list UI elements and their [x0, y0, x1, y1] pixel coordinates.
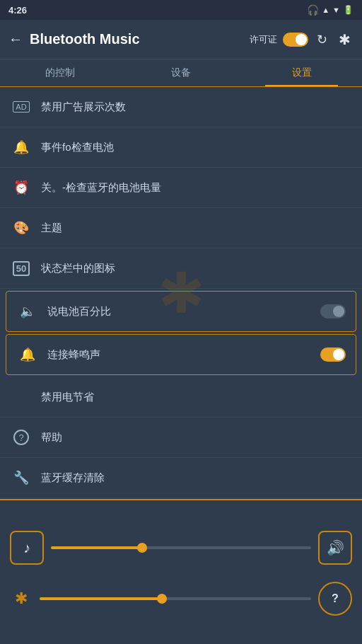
tab-settings[interactable]: 设置 [241, 59, 362, 86]
bluetooth-slider-track[interactable] [40, 597, 311, 600]
page-title: Bluetooth Music [30, 31, 250, 47]
headphone-icon: 🎧 [307, 4, 319, 16]
setting-check-bt-battery[interactable]: ⏰ 关。-检查蓝牙的电池电量 [0, 168, 362, 208]
music-button[interactable]: ♪ [10, 531, 44, 565]
volume-button[interactable]: 🔊 [318, 531, 352, 565]
event-icon: 🔔 [10, 136, 33, 159]
bottom-controls: ♪ 🔊 ✱ ? [0, 502, 362, 644]
volume-icon: 🔊 [327, 539, 344, 556]
music-slider-track[interactable] [51, 546, 311, 549]
setting-event-battery[interactable]: 🔔 事件fo检查电池 [0, 127, 362, 168]
signal-icon: ▲ [322, 6, 329, 14]
header-actions: 许可证 ↻ ✱ [250, 30, 354, 50]
setting-theme[interactable]: 🎨 主题 [0, 208, 362, 248]
setting-say-battery-container: 🔈 说电池百分比 [6, 291, 356, 332]
status-icons: 🎧 ▲ ▼ 🔋 [307, 4, 354, 16]
bluetooth-slider-fill [40, 597, 162, 600]
music-slider-row: ♪ 🔊 [0, 522, 362, 573]
connect-beep-toggle[interactable] [320, 347, 346, 362]
music-slider-fill [51, 546, 142, 549]
permission-toggle[interactable] [283, 33, 308, 47]
ads-icon: AD [10, 96, 33, 118]
music-note-icon: ♪ [23, 540, 30, 556]
help-icon: ? [10, 426, 33, 449]
bluetooth-slider-thumb[interactable] [157, 594, 167, 604]
setting-connect-beep[interactable]: 🔔 连接蜂鸣声 [6, 335, 356, 374]
wrench-icon: 🔧 [10, 466, 33, 489]
tab-devices[interactable]: 设备 [121, 59, 242, 86]
check-bt-battery-label: 关。-检查蓝牙的电池电量 [41, 181, 352, 195]
say-battery-toggle[interactable] [320, 304, 346, 318]
say-battery-label: 说电池百分比 [47, 305, 320, 318]
connect-beep-label: 连接蜂鸣声 [47, 348, 320, 362]
app-header: ← Bluetooth Music 许可证 ↻ ✱ [0, 20, 362, 59]
bluetooth-slider-row: ✱ ? [0, 573, 362, 624]
setting-say-battery[interactable]: 🔈 说电池百分比 [6, 292, 356, 331]
setting-disable-power-save[interactable]: 禁用电节省 [0, 377, 362, 418]
help-circle-icon: ? [332, 592, 339, 605]
setting-connect-beep-container: 🔔 连接蜂鸣声 [6, 334, 356, 375]
event-battery-label: 事件fo检查电池 [41, 141, 352, 154]
tab-bar: 的控制 设备 设置 [0, 59, 362, 87]
setting-bt-cache-clear[interactable]: 🔧 蓝牙缓存清除 [0, 458, 362, 498]
disable-ads-label: 禁用广告展示次数 [41, 100, 352, 114]
theme-icon: 🎨 [10, 217, 33, 239]
statusbar-icons-label: 状态栏中的图标 [41, 262, 352, 275]
music-slider-thumb[interactable] [137, 543, 147, 553]
bt-cache-clear-label: 蓝牙缓存清除 [41, 471, 352, 485]
permission-label: 许可证 [250, 33, 277, 46]
help-label: 帮助 [41, 431, 352, 444]
setting-help[interactable]: ? 帮助 [0, 418, 362, 458]
clock-icon: ⏰ [10, 176, 33, 199]
setting-permissions[interactable]: 📍 权限 [0, 498, 362, 499]
bell-icon: 🔔 [16, 343, 39, 366]
bluetooth-icon: ✱ [10, 590, 33, 608]
theme-label: 主题 [41, 222, 352, 235]
power-icon [10, 386, 33, 408]
bluetooth-header-icon[interactable]: ✱ [336, 30, 354, 50]
tab-controls[interactable]: 的控制 [0, 59, 121, 86]
wifi-icon: ▼ [332, 6, 340, 14]
setting-statusbar-icons[interactable]: 50 状态栏中的图标 [0, 248, 362, 289]
status-bar: 4:26 🎧 ▲ ▼ 🔋 [0, 0, 362, 20]
statusbar-icon: 50 [10, 257, 33, 280]
disable-power-save-label: 禁用电节省 [41, 391, 352, 404]
speaker-icon: 🔈 [16, 300, 39, 323]
refresh-icon[interactable]: ↻ [314, 30, 330, 49]
help-circle-button[interactable]: ? [318, 582, 352, 616]
status-time: 4:26 [8, 5, 27, 16]
battery-icon: 🔋 [343, 5, 354, 15]
setting-disable-ads[interactable]: AD 禁用广告展示次数 [0, 87, 362, 127]
separator-line [0, 499, 362, 500]
settings-content: ✱ AD 禁用广告展示次数 🔔 事件fo检查电池 ⏰ 关。-检查蓝牙的电池电量 … [0, 87, 362, 499]
back-button[interactable]: ← [8, 31, 23, 47]
